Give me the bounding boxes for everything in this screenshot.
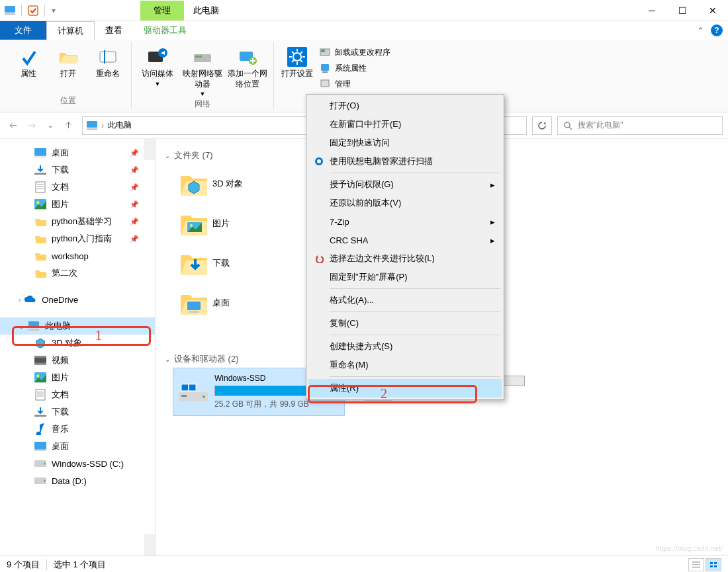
svg-rect-76 — [714, 562, 717, 564]
nav-item-文档[interactable]: 文档📌 — [0, 179, 155, 196]
ctx-固定到快速访问[interactable]: 固定到快速访问 — [308, 134, 502, 152]
help-icon[interactable]: ? — [711, 24, 723, 36]
nav-item-视频[interactable]: 视频 — [0, 352, 155, 369]
minimize-button[interactable]: ─ — [637, 0, 667, 21]
svg-rect-52 — [34, 450, 46, 451]
ctx-CRC SHA[interactable]: CRC SHA▸ — [308, 231, 502, 249]
nav-item-workshop[interactable]: workshop — [0, 247, 155, 265]
nav-item-第二次[interactable]: 第二次 — [0, 265, 155, 282]
nav-item-文档[interactable]: 文档 — [0, 386, 155, 403]
view-large-button[interactable] — [705, 558, 721, 571]
forward-button[interactable]: 🡢 — [24, 118, 40, 134]
ctx-复制(C)[interactable]: 复制(C) — [308, 314, 502, 333]
svg-rect-39 — [28, 321, 39, 328]
nav-item-图片[interactable]: 图片📌 — [0, 196, 155, 213]
back-button[interactable]: 🡠 — [5, 118, 21, 134]
ribbon-group-location: 属性 打开 重命名 位置 — [5, 42, 132, 109]
svg-rect-32 — [34, 173, 46, 175]
svg-rect-3 — [100, 52, 116, 62]
nav-item-下载[interactable]: 下载 — [0, 403, 155, 421]
rename-button[interactable]: 重命名 — [90, 44, 126, 79]
view-details-button[interactable] — [688, 558, 704, 571]
up-button[interactable]: 🡡 — [61, 118, 77, 134]
svg-rect-8 — [195, 56, 202, 58]
nav-item-音乐[interactable]: 音乐 — [0, 421, 155, 438]
tab-computer[interactable]: 计算机 — [46, 21, 95, 40]
open-settings-button[interactable]: 打开设置 — [279, 44, 315, 79]
group-location-label: 位置 — [60, 95, 76, 109]
nav-item-Data (D:)[interactable]: Data (D:) — [0, 472, 155, 489]
ctx-重命名(M)[interactable]: 重命名(M) — [308, 356, 502, 374]
close-button[interactable]: ✕ — [698, 0, 728, 21]
svg-rect-24 — [322, 71, 328, 73]
ctx-在新窗口中打开(E)[interactable]: 在新窗口中打开(E) — [308, 115, 502, 134]
ctx-打开(O)[interactable]: 打开(O) — [308, 97, 502, 115]
access-media-button[interactable]: 访问媒体 ▼ — [137, 44, 178, 88]
ctx-选择左边文件夹进行比较(L)[interactable]: 选择左边文件夹进行比较(L) — [308, 249, 502, 268]
folder-图片[interactable]: 图片 — [173, 204, 292, 243]
svg-rect-25 — [321, 80, 329, 87]
svg-rect-7 — [194, 54, 211, 62]
svg-rect-51 — [34, 442, 46, 450]
nav-item-python基础学习[interactable]: python基础学习📌 — [0, 213, 155, 230]
ctx-格式化(A)...[interactable]: 格式化(A)... — [308, 291, 502, 309]
add-location-label: 添加一个网络位置 — [227, 69, 268, 89]
ctx-授予访问权限(G)[interactable]: 授予访问权限(G)▸ — [308, 175, 502, 194]
properties-button[interactable]: 属性 — [11, 44, 46, 79]
ctx-创建快捷方式(S)[interactable]: 创建快捷方式(S) — [308, 337, 502, 356]
ctx-属性(R)[interactable]: 属性(R) — [308, 379, 502, 397]
nav-item-Windows-SSD (C:)[interactable]: Windows-SSD (C:) — [0, 455, 155, 472]
nav-thispc[interactable]: ⌄ 此电脑 — [0, 317, 155, 335]
navigation-pane[interactable]: 桌面📌下载📌文档📌图片📌python基础学习📌python入门指南📌worksh… — [0, 139, 156, 555]
tab-view[interactable]: 查看 — [95, 21, 133, 40]
search-placeholder: 搜索"此电脑" — [578, 120, 623, 131]
map-drive-button[interactable]: 映射网络驱动器 ▼ — [182, 44, 223, 99]
nav-item-桌面[interactable]: 桌面 — [0, 438, 155, 455]
dropdown-icon[interactable]: ▾ — [49, 3, 58, 18]
tab-file[interactable]: 文件 — [0, 21, 46, 40]
system-properties-button[interactable]: 系统属性 — [319, 62, 390, 74]
open-button[interactable]: 打开 — [50, 44, 86, 79]
app-icon[interactable] — [3, 3, 17, 18]
ribbon-tabs: 文件 计算机 查看 驱动器工具 ⌃ ? — [0, 21, 728, 40]
folder-桌面[interactable]: 桌面 — [173, 283, 292, 323]
search-box[interactable]: 搜索"此电脑" — [557, 116, 723, 135]
svg-rect-62 — [181, 395, 187, 397]
svg-rect-46 — [36, 389, 45, 400]
add-location-button[interactable]: 添加一个网络位置 — [227, 44, 268, 89]
access-media-label: 访问媒体 — [142, 69, 173, 79]
nav-item-3D 对象[interactable]: 3D 对象 — [0, 335, 155, 352]
nav-onedrive[interactable]: › OneDrive — [0, 291, 155, 308]
ctx-7-Zip[interactable]: 7-Zip▸ — [308, 212, 502, 231]
manage-button[interactable]: 管理 — [319, 78, 390, 90]
svg-rect-75 — [710, 562, 713, 564]
ctx-使用联想电脑管家进行扫描[interactable]: 使用联想电脑管家进行扫描 — [308, 152, 502, 171]
svg-point-45 — [36, 375, 39, 378]
manage-tab[interactable]: 管理 — [140, 1, 184, 20]
system-small-buttons: 卸载或更改程序 系统属性 管理 — [319, 44, 390, 90]
map-drive-label: 映射网络驱动器 — [182, 69, 223, 89]
pc-icon — [87, 121, 97, 130]
recent-dropdown[interactable]: ⌄ — [42, 118, 58, 134]
folder-3D 对象[interactable]: 3D 对象 — [173, 164, 292, 204]
status-item-count: 9 个项目 — [7, 559, 40, 571]
uninstall-button[interactable]: 卸载或更改程序 — [319, 46, 390, 58]
nav-item-下载[interactable]: 下载📌 — [0, 161, 155, 179]
svg-rect-43 — [34, 363, 46, 365]
tab-drive-tools[interactable]: 驱动器工具 — [133, 21, 197, 40]
svg-rect-26 — [87, 121, 97, 128]
properties-icon[interactable] — [26, 3, 40, 18]
ctx-还原以前的版本(V)[interactable]: 还原以前的版本(V) — [308, 194, 502, 212]
nav-item-python入门指南[interactable]: python入门指南📌 — [0, 230, 155, 247]
ctx-固定到"开始"屏幕(P)[interactable]: 固定到"开始"屏幕(P) — [308, 268, 502, 286]
svg-rect-22 — [321, 50, 325, 52]
nav-item-图片[interactable]: 图片 — [0, 369, 155, 386]
nav-item-桌面[interactable]: 桌面📌 — [0, 144, 155, 161]
svg-rect-40 — [28, 329, 39, 331]
refresh-button[interactable] — [532, 116, 552, 135]
svg-point-63 — [203, 395, 205, 398]
svg-rect-0 — [5, 6, 15, 13]
folder-下载[interactable]: 下载 — [173, 243, 292, 283]
collapse-ribbon-icon[interactable]: ⌃ — [697, 26, 704, 36]
maximize-button[interactable]: ☐ — [667, 0, 698, 21]
